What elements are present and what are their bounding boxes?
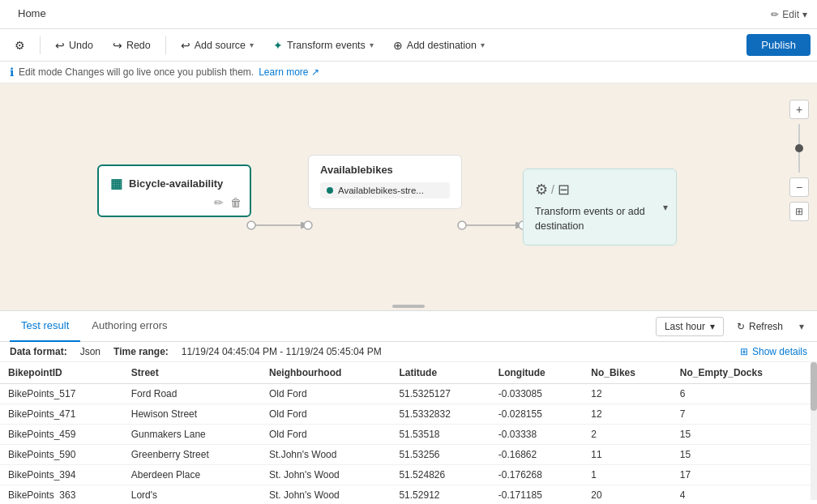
table-cell: Hewison Street	[123, 404, 261, 425]
dest-chevron-icon[interactable]: ▾	[663, 202, 668, 213]
undo-icon: ↩	[55, 39, 65, 52]
data-format-label: Data format:	[10, 346, 67, 357]
tab-test-result[interactable]: Test result	[10, 311, 80, 342]
transform-node[interactable]: Availablebikes Availablebikes-stre...	[308, 155, 462, 209]
table-cell: Old Ford	[261, 404, 391, 425]
redo-icon: ↪	[113, 39, 122, 52]
zoom-slider-thumb	[795, 144, 803, 152]
redo-button[interactable]: ↪ Redo	[105, 35, 159, 56]
pencil-icon: ✏	[771, 9, 779, 20]
edit-label: Edit	[782, 9, 799, 20]
table-cell: 15	[672, 425, 817, 445]
table-cell: 12	[583, 404, 672, 425]
table-cell: 17	[672, 465, 817, 485]
table-cell: Aberdeen Place	[123, 465, 261, 485]
delete-node-icon[interactable]: 🗑	[230, 196, 242, 209]
table-cell: St. John's Wood	[261, 465, 391, 485]
table-cell: Old Ford	[261, 425, 391, 445]
stream-label: Availablebikes-stre...	[338, 186, 424, 195]
add-destination-icon: ⊕	[393, 39, 403, 52]
svg-point-4	[458, 221, 466, 229]
table-cell: -0.033085	[490, 384, 583, 404]
table-col-street: Street	[123, 362, 261, 384]
zoom-out-button[interactable]: −	[789, 177, 809, 197]
table-cell: BikePoints_471	[0, 404, 123, 425]
table-row[interactable]: BikePoints_459Gunmakers LaneOld Ford51.5…	[0, 425, 817, 445]
last-hour-dropdown[interactable]: Last hour ▾	[656, 317, 724, 336]
table-cell: St.John's Wood	[261, 445, 391, 465]
stream-dot	[327, 187, 333, 194]
table-cell: 51.52912	[391, 485, 490, 501]
transform-button[interactable]: ✦ Transform events ▾	[265, 35, 382, 56]
table-body: BikePoints_517Ford RoadOld Ford51.532512…	[0, 384, 817, 501]
stream-item: Availablebikes-stre...	[320, 182, 450, 199]
source-node-title: Bicycle-availability	[129, 177, 223, 190]
table-cell: BikePoints_363	[0, 485, 123, 501]
zoom-controls: + − ⊞	[789, 100, 809, 221]
toolbar-separator-1	[40, 36, 41, 54]
data-table: BikepointIDStreetNeighbourhoodLatitudeLo…	[0, 362, 817, 500]
table-cell: BikePoints_517	[0, 384, 123, 404]
table-cell: 51.524826	[391, 465, 490, 485]
table-cell: -0.028155	[490, 404, 583, 425]
table-cell: BikePoints_394	[0, 465, 123, 485]
tab-home[interactable]: Home	[10, 0, 54, 29]
learn-more-link[interactable]: Learn more ↗	[259, 66, 319, 78]
canvas: ▦ Bicycle-availability ✏ 🗑 Availablebike…	[0, 83, 817, 310]
table-cell: 15	[672, 445, 817, 465]
edit-button[interactable]: ✏ Edit ▾	[771, 9, 807, 20]
expand-panel-button[interactable]: ▾	[796, 318, 807, 335]
edit-node-icon[interactable]: ✏	[214, 196, 224, 209]
table-row[interactable]: BikePoints_394Aberdeen PlaceSt. John's W…	[0, 465, 817, 485]
show-details-label: Show details	[752, 346, 807, 357]
table-cell: Old Ford	[261, 384, 391, 404]
source-node[interactable]: ▦ Bicycle-availability ✏ 🗑	[97, 164, 251, 217]
table-cell: 51.5332832	[391, 404, 490, 425]
settings-button[interactable]: ⚙	[6, 35, 33, 56]
table-col-bikepointid: BikepointID	[0, 362, 123, 384]
settings-icon: ⚙	[15, 39, 25, 52]
data-format-value: Json	[80, 346, 101, 357]
info-text: Edit mode Changes will go live once you …	[19, 66, 254, 78]
source-node-header: ▦ Bicycle-availability	[110, 176, 238, 191]
zoom-in-button[interactable]: +	[789, 100, 809, 119]
svg-point-3	[304, 221, 312, 229]
top-bar-left: Home	[10, 0, 54, 29]
table-cell: 1	[583, 465, 672, 485]
table-row[interactable]: BikePoints_590Greenberry StreetSt.John's…	[0, 445, 817, 465]
source-node-icon: ▦	[110, 176, 122, 191]
zoom-slider[interactable]	[798, 124, 800, 173]
dest-sep: /	[551, 183, 554, 196]
refresh-button[interactable]: ↻ Refresh	[730, 318, 789, 335]
table-cell: -0.03338	[490, 425, 583, 445]
dest-export-icon: ⊟	[558, 181, 570, 199]
table-row[interactable]: BikePoints_363Lord'sSt. John's Wood51.52…	[0, 485, 817, 501]
toolbar-separator-2	[165, 36, 166, 54]
publish-button[interactable]: Publish	[746, 34, 811, 56]
table-col-no-empty-docks: No_Empty_Docks	[672, 362, 817, 384]
info-icon: ℹ	[10, 66, 14, 79]
add-destination-button[interactable]: ⊕ Add destination ▾	[385, 35, 493, 56]
show-details-button[interactable]: ⊞ Show details	[740, 346, 807, 357]
table-cell: -0.176268	[490, 465, 583, 485]
dest-node-icons: ⚙ / ⊟	[535, 181, 665, 199]
table-header-row: BikepointIDStreetNeighbourhoodLatitudeLo…	[0, 362, 817, 384]
refresh-label: Refresh	[749, 321, 783, 332]
table-cell: 2	[583, 425, 672, 445]
zoom-reset-button[interactable]: ⊞	[789, 202, 809, 221]
undo-button[interactable]: ↩ Undo	[47, 35, 101, 56]
tab-authoring-errors[interactable]: Authoring errors	[80, 311, 178, 342]
table-row[interactable]: BikePoints_517Ford RoadOld Ford51.532512…	[0, 384, 817, 404]
table-scrollbar-thumb	[811, 362, 817, 411]
add-source-icon: ↩	[181, 39, 190, 52]
redo-label: Redo	[126, 40, 151, 51]
transform-node-title: Availablebikes	[320, 164, 450, 176]
destination-node[interactable]: ⚙ / ⊟ Transform events or add destinatio…	[523, 169, 677, 246]
data-table-scroll[interactable]: BikepointIDStreetNeighbourhoodLatitudeLo…	[0, 362, 817, 500]
table-row[interactable]: BikePoints_471Hewison StreetOld Ford51.5…	[0, 404, 817, 425]
table-cell: Ford Road	[123, 384, 261, 404]
table-cell: 7	[672, 404, 817, 425]
add-source-button[interactable]: ↩ Add source ▾	[173, 35, 262, 56]
tabs-right: Last hour ▾ ↻ Refresh ▾	[656, 317, 807, 336]
undo-label: Undo	[69, 40, 93, 51]
